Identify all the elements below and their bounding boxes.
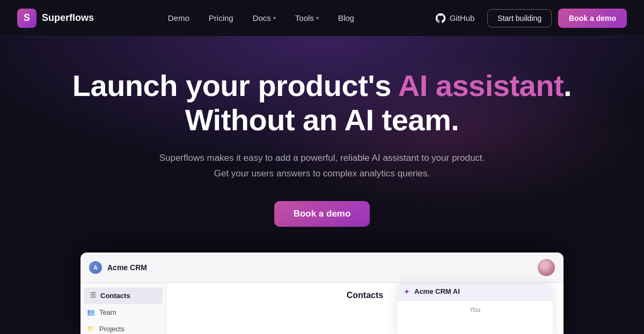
product-preview: A Acme CRM ☰ Contacts 👥 Team 📁 Projects bbox=[80, 253, 564, 334]
chevron-down-icon: ▾ bbox=[316, 15, 319, 21]
contacts-icon: ☰ bbox=[90, 292, 96, 299]
preview-body: ☰ Contacts 👥 Team 📁 Projects Contacts ✦ bbox=[80, 283, 564, 334]
nav-link-blog[interactable]: Blog bbox=[331, 9, 362, 27]
chevron-down-icon: ▾ bbox=[273, 15, 276, 21]
chat-title: Acme CRM AI bbox=[414, 287, 460, 295]
hero-section: Launch your product's AI assistant. With… bbox=[0, 36, 644, 334]
chat-panel: ✦ Acme CRM AI You bbox=[397, 283, 553, 334]
brand-name: Superflows bbox=[42, 12, 94, 24]
nav-actions: GitHub Start building Book a demo bbox=[428, 8, 627, 28]
nav-links: Demo Pricing Docs ▾ Tools ▾ Blog bbox=[160, 9, 362, 27]
avatar bbox=[538, 259, 555, 276]
start-building-button[interactable]: Start building bbox=[487, 9, 552, 27]
github-icon bbox=[435, 12, 447, 24]
preview-app-icon: A bbox=[89, 261, 102, 274]
github-label: GitHub bbox=[450, 13, 475, 23]
nav-link-pricing[interactable]: Pricing bbox=[201, 9, 241, 27]
projects-icon: 📁 bbox=[87, 325, 95, 332]
book-demo-nav-button[interactable]: Book a demo bbox=[558, 9, 627, 28]
logo-icon: S bbox=[17, 9, 36, 28]
chat-you-label: You bbox=[404, 306, 546, 314]
sparkle-icon: ✦ bbox=[404, 287, 410, 296]
nav-link-demo[interactable]: Demo bbox=[160, 9, 197, 27]
hero-title: Launch your product's AI assistant. With… bbox=[17, 69, 627, 138]
hero-subtitle: Superflows makes it easy to add a powerf… bbox=[17, 151, 627, 182]
preview-sidebar: ☰ Contacts 👥 Team 📁 Projects bbox=[80, 283, 166, 334]
chat-body: You bbox=[397, 301, 553, 320]
team-icon: 👥 bbox=[87, 308, 95, 316]
nav-link-docs[interactable]: Docs ▾ bbox=[245, 9, 283, 27]
navbar: S Superflows Demo Pricing Docs ▾ Tools ▾… bbox=[0, 0, 644, 36]
nav-link-tools[interactable]: Tools ▾ bbox=[288, 9, 326, 27]
github-link[interactable]: GitHub bbox=[428, 8, 481, 28]
chat-header: ✦ Acme CRM AI bbox=[397, 283, 553, 301]
avatar-image bbox=[538, 259, 555, 276]
book-demo-hero-button[interactable]: Book a demo bbox=[274, 201, 370, 227]
preview-topbar: A Acme CRM bbox=[80, 253, 564, 283]
preview-app-name: Acme CRM bbox=[107, 263, 147, 272]
sidebar-item-projects[interactable]: 📁 Projects bbox=[80, 321, 166, 334]
logo[interactable]: S Superflows bbox=[17, 9, 94, 28]
sidebar-item-contacts[interactable]: ☰ Contacts bbox=[84, 287, 163, 304]
sidebar-item-team[interactable]: 👥 Team bbox=[80, 304, 166, 321]
